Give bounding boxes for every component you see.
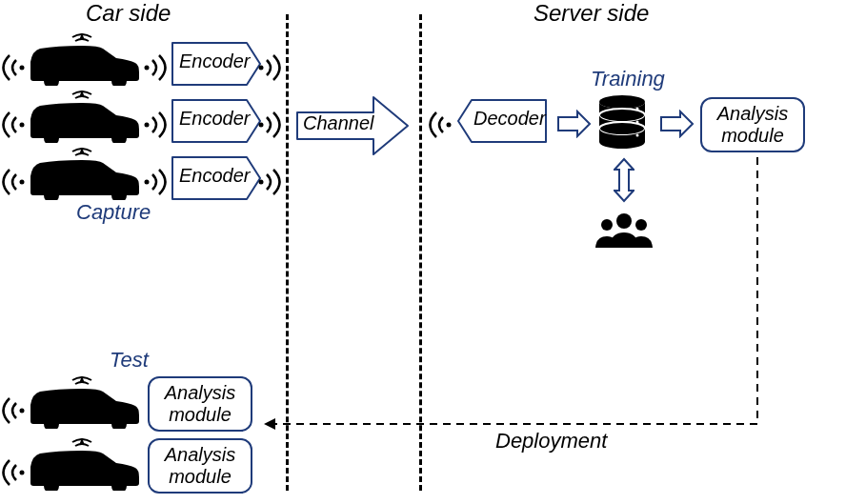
deployment-label: Deployment — [495, 429, 607, 454]
database-icon — [597, 95, 650, 152]
analysis-module-car: Analysis module — [148, 438, 252, 494]
analysis-module-server: Analysis module — [700, 97, 805, 152]
deployment-path — [248, 152, 829, 448]
wireless-icon — [257, 110, 283, 140]
car-icon — [29, 376, 143, 429]
test-label: Test — [110, 348, 149, 373]
encoder-label: Encoder — [179, 165, 251, 187]
car-icon — [29, 438, 143, 491]
analysis-module-car: Analysis module — [148, 376, 252, 432]
wireless-icon — [0, 52, 26, 83]
decoder-label: Decoder — [473, 108, 546, 130]
encoder-label: Encoder — [179, 108, 251, 130]
encoder-label: Encoder — [179, 50, 251, 72]
car-side-heading: Car side — [86, 0, 171, 27]
wireless-icon — [143, 110, 169, 140]
wireless-icon — [0, 457, 26, 488]
wireless-icon — [427, 110, 453, 140]
arrow-icon — [659, 110, 695, 138]
training-label: Training — [591, 67, 665, 91]
server-side-heading: Server side — [534, 0, 649, 27]
wireless-icon — [0, 395, 26, 426]
car-icon — [29, 33, 143, 86]
wireless-icon — [257, 52, 283, 83]
arrow-icon — [556, 110, 593, 138]
car-icon — [29, 91, 143, 143]
wireless-icon — [143, 167, 169, 197]
wireless-icon — [0, 167, 26, 197]
channel-label: Channel — [303, 112, 374, 134]
wireless-icon — [0, 110, 26, 140]
wireless-icon — [143, 52, 169, 83]
car-icon — [29, 148, 143, 200]
capture-label: Capture — [76, 200, 151, 225]
